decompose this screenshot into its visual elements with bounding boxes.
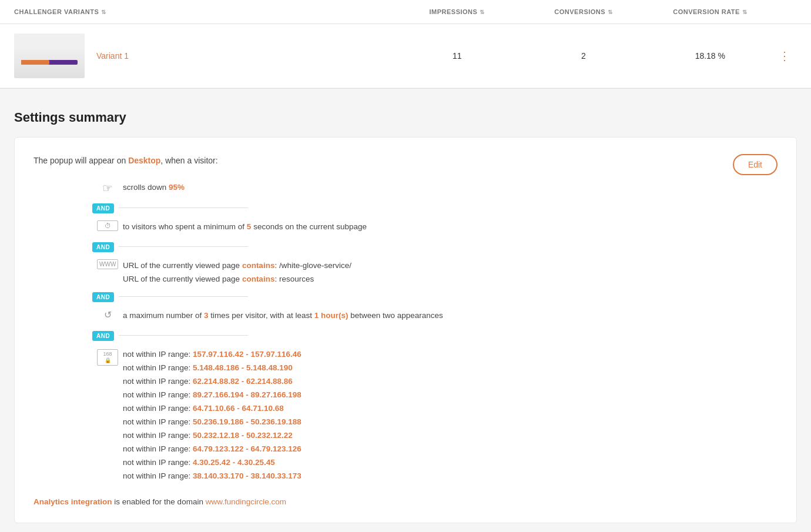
- time-condition-text: to visitors who spent a minimum of 5 sec…: [123, 220, 367, 234]
- and-badge-1: AND: [92, 203, 114, 213]
- and-connector-1: AND: [33, 202, 778, 213]
- table-header: CHALLENGER VARIANTS ⇅ IMPRESSIONS ⇅ CONV…: [0, 0, 811, 24]
- thumbnail-inner: [14, 34, 85, 78]
- thumbnail-bar-accent: [21, 60, 49, 65]
- www-icon: WWW: [97, 259, 118, 269]
- clock-icon: ⏱: [97, 220, 118, 231]
- and-connector-4: AND: [33, 330, 778, 341]
- url2-contains: contains: [242, 275, 275, 283]
- freq-hours: 1 hour(s): [314, 311, 348, 320]
- url2-value: : resources: [274, 275, 314, 283]
- url-line-2: URL of the currently viewed page contain…: [123, 273, 351, 286]
- and-badge-3: AND: [92, 292, 114, 302]
- conversions-value: 2: [520, 51, 646, 61]
- url-condition-text: URL of the currently viewed page contain…: [123, 259, 351, 286]
- scroll-percent: 95%: [169, 183, 185, 192]
- table-row: Variant 1 11 2 18.18 % ⋮: [0, 24, 811, 88]
- ip-range-9: not within IP range: 4.30.25.42 - 4.30.2…: [123, 456, 301, 470]
- ip-range-5: not within IP range: 64.71.10.66 - 64.71…: [123, 402, 301, 416]
- frequency-condition: ↺ a maximum number of 3 times per visito…: [33, 307, 778, 325]
- ip-range-3: not within IP range: 62.214.88.82 - 62.2…: [123, 375, 301, 389]
- ip-range-7: not within IP range: 50.232.12.18 - 50.2…: [123, 429, 301, 443]
- ip-icon: 168🔒: [97, 349, 118, 366]
- col-header-variants: CHALLENGER VARIANTS ⇅: [14, 8, 394, 15]
- domain-link[interactable]: www.fundingcircle.com: [206, 497, 286, 506]
- and-connector-2: AND: [33, 241, 778, 252]
- ip-ranges-text: not within IP range: 157.97.116.42 - 157…: [123, 348, 301, 483]
- actions-cell: ⋮: [773, 50, 797, 62]
- scroll-condition: ☞ scrolls down 95%: [33, 179, 778, 198]
- frequency-condition-text: a maximum number of 3 times per visitor,…: [123, 309, 443, 323]
- edit-button[interactable]: Edit: [733, 154, 778, 175]
- conversion-rate-value: 18.18 %: [647, 51, 773, 61]
- ip-range-2: not within IP range: 5.148.48.186 - 5.14…: [123, 362, 301, 375]
- table-section: CHALLENGER VARIANTS ⇅ IMPRESSIONS ⇅ CONV…: [0, 0, 811, 89]
- and-connector-3: AND: [33, 291, 778, 302]
- time-number: 5: [247, 222, 252, 231]
- popup-description: The popup will appear on Desktop, when a…: [33, 154, 778, 167]
- sort-icon-conversion-rate: ⇅: [742, 9, 748, 15]
- variant-thumbnail: [14, 34, 85, 78]
- settings-section: Settings summary Edit The popup will app…: [0, 89, 811, 532]
- col-header-conversion-rate[interactable]: CONVERSION RATE ⇅: [647, 8, 773, 15]
- url1-value: : /white-glove-service/: [274, 261, 351, 270]
- col-header-impressions[interactable]: IMPRESSIONS ⇅: [394, 8, 520, 15]
- analytics-line: Analytics integration is enabled for the…: [33, 497, 778, 506]
- ip-range-10: not within IP range: 38.140.33.170 - 38.…: [123, 470, 301, 483]
- impressions-value: 11: [394, 51, 520, 61]
- settings-title: Settings summary: [14, 110, 797, 125]
- sort-icon-impressions: ⇅: [480, 9, 485, 15]
- ip-condition: 168🔒 not within IP range: 157.97.116.42 …: [33, 346, 778, 485]
- page-wrapper: CHALLENGER VARIANTS ⇅ IMPRESSIONS ⇅ CONV…: [0, 0, 811, 532]
- variant-cell: Variant 1: [14, 34, 394, 78]
- ip-range-1: not within IP range: 157.97.116.42 - 157…: [123, 348, 301, 362]
- freq-count: 3: [204, 311, 209, 320]
- hand-icon: ☞: [97, 181, 118, 195]
- device-type: Desktop: [128, 156, 160, 165]
- sort-icon-conversions: ⇅: [608, 9, 613, 15]
- scroll-condition-text: scrolls down 95%: [123, 181, 185, 195]
- url-condition: WWW URL of the currently viewed page con…: [33, 257, 778, 289]
- variant-name[interactable]: Variant 1: [96, 51, 129, 61]
- col-header-conversions[interactable]: CONVERSIONS ⇅: [520, 8, 646, 15]
- and-badge-2: AND: [92, 242, 114, 252]
- settings-card: Edit The popup will appear on Desktop, w…: [14, 137, 797, 523]
- ip-range-6: not within IP range: 50.236.19.186 - 50.…: [123, 416, 301, 429]
- time-condition: ⏱ to visitors who spent a minimum of 5 s…: [33, 218, 778, 236]
- ip-range-8: not within IP range: 64.79.123.122 - 64.…: [123, 443, 301, 456]
- url-line-1: URL of the currently viewed page contain…: [123, 259, 351, 273]
- ip-range-4: not within IP range: 89.27.166.194 - 89.…: [123, 389, 301, 402]
- sort-icon-variants: ⇅: [101, 9, 106, 15]
- frequency-icon: ↺: [97, 309, 118, 320]
- url1-contains: contains: [242, 261, 275, 270]
- and-badge-4: AND: [92, 331, 114, 341]
- analytics-link[interactable]: Analytics integration: [33, 497, 112, 506]
- row-actions-menu[interactable]: ⋮: [779, 50, 791, 62]
